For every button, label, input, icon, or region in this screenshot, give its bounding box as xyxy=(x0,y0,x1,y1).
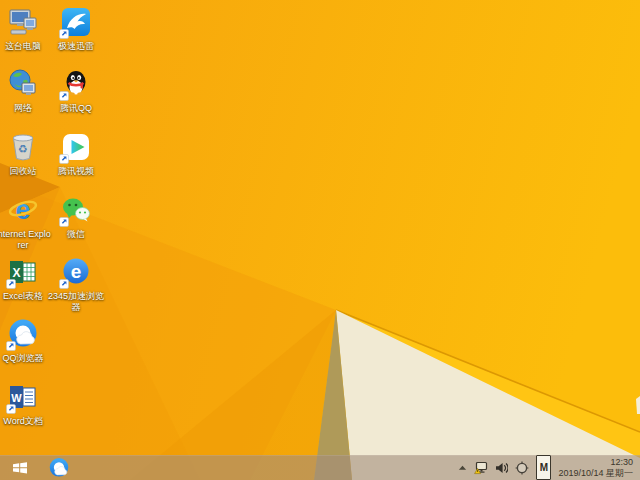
desktop-icon-qq-browser[interactable]: QQ浏览器 xyxy=(0,318,51,364)
shortcut-arrow-icon xyxy=(59,279,69,289)
clock-date: 2019/10/14 星期一 xyxy=(558,468,633,478)
desktop-icon-tencent-video[interactable]: 腾讯视频 xyxy=(48,131,104,177)
svg-text:♻: ♻ xyxy=(18,143,28,155)
2345-browser-icon: e xyxy=(60,256,92,288)
desktop-icon-excel[interactable]: X Excel表格 xyxy=(0,256,51,302)
show-hidden-icons-button[interactable] xyxy=(458,455,467,480)
shortcut-arrow-icon xyxy=(59,154,69,164)
xunlei-icon xyxy=(60,6,92,38)
desktop-icon-word[interactable]: W Word文档 xyxy=(0,381,51,427)
desktop-icon-label: 腾讯QQ xyxy=(47,103,105,114)
recycle-bin-icon: ♻ xyxy=(7,131,39,163)
word-icon: W xyxy=(7,381,39,413)
desktop-icon-label: Excel表格 xyxy=(0,291,52,302)
windows-desktop: 这台电脑 网络 ♻ 回收站 xyxy=(0,0,640,480)
shortcut-arrow-icon xyxy=(6,404,16,414)
shortcut-arrow-icon xyxy=(6,279,16,289)
internet-explorer-icon: e xyxy=(7,194,39,226)
desktop-icon-label: 回收站 xyxy=(0,166,52,177)
this-pc-icon xyxy=(7,6,39,38)
ime-indicator[interactable]: M xyxy=(536,455,551,480)
desktop-icon-this-pc[interactable]: 这台电脑 xyxy=(0,6,51,52)
desktop-icon-network[interactable]: 网络 xyxy=(0,68,51,114)
tencent-video-icon xyxy=(60,131,92,163)
desktop-icon-label: 网络 xyxy=(0,103,52,114)
clock-time: 12:30 xyxy=(610,457,633,467)
desktop-icon-2345-browser[interactable]: e 2345加速浏览器 xyxy=(48,256,104,313)
ime-letter: M xyxy=(540,462,548,474)
tray-clock[interactable]: 12:30 2019/10/14 星期一 xyxy=(558,455,633,480)
excel-icon: X xyxy=(7,256,39,288)
windows-logo-icon xyxy=(12,460,28,475)
network-icon xyxy=(7,68,39,100)
tray-network-icon[interactable] xyxy=(474,455,488,480)
shortcut-arrow-icon xyxy=(59,91,69,101)
taskbar-qq-browser-button[interactable] xyxy=(45,455,73,480)
qq-browser-icon xyxy=(48,457,70,479)
desktop-icon-label: 2345加速浏览器 xyxy=(47,291,105,313)
qq-browser-icon xyxy=(7,318,39,350)
desktop-icon-label: Internet Explorer xyxy=(0,229,52,251)
svg-text:e: e xyxy=(15,195,30,225)
desktop-icon-tencent-qq[interactable]: 腾讯QQ xyxy=(48,68,104,114)
desktop-icon-label: 这台电脑 xyxy=(0,41,52,52)
chevron-up-icon xyxy=(458,463,467,472)
tray-volume-icon[interactable] xyxy=(495,455,508,480)
shortcut-arrow-icon xyxy=(59,217,69,227)
shortcut-arrow-icon xyxy=(6,341,16,351)
shortcut-arrow-icon xyxy=(59,29,69,39)
desktop-icon-label: Word文档 xyxy=(0,416,52,427)
tray-app-icon[interactable] xyxy=(515,455,529,480)
desktop-icon-internet-explorer[interactable]: e Internet Explorer xyxy=(0,194,51,251)
svg-text:e: e xyxy=(71,261,82,282)
desktop-icon-label: QQ浏览器 xyxy=(0,353,52,364)
desktop-icon-xunlei[interactable]: 极速迅雷 xyxy=(48,6,104,52)
desktop-icon-label: 极速迅雷 xyxy=(47,41,105,52)
start-button[interactable] xyxy=(5,455,35,480)
wechat-icon xyxy=(60,194,92,226)
system-tray: M 12:30 2019/10/14 星期一 xyxy=(458,455,640,480)
desktop-icon-label: 腾讯视频 xyxy=(47,166,105,177)
taskbar: M 12:30 2019/10/14 星期一 xyxy=(0,455,640,480)
qq-penguin-icon xyxy=(60,68,92,100)
svg-text:X: X xyxy=(12,266,20,280)
svg-text:W: W xyxy=(11,392,22,404)
desktop-icon-wechat[interactable]: 微信 xyxy=(48,194,104,240)
desktop-icon-recycle-bin[interactable]: ♻ 回收站 xyxy=(0,131,51,177)
desktop-icon-label: 微信 xyxy=(47,229,105,240)
